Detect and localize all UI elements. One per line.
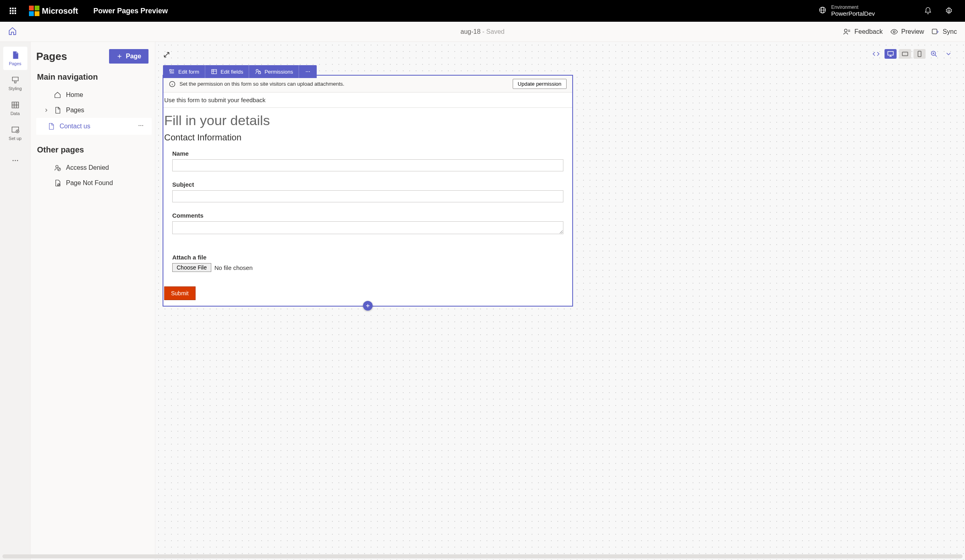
- permissions-button[interactable]: Permissions: [249, 65, 299, 78]
- svg-point-12: [138, 125, 139, 126]
- add-section-button[interactable]: [363, 301, 373, 311]
- lock-person-icon: [255, 68, 261, 75]
- svg-point-24: [256, 70, 258, 72]
- ellipsis-icon: [11, 156, 20, 165]
- setup-icon: [11, 126, 20, 134]
- submit-button[interactable]: Submit: [164, 286, 196, 300]
- svg-rect-18: [888, 51, 893, 55]
- form-component[interactable]: Edit form Edit fields Permissions: [163, 75, 573, 307]
- nav-contact-us[interactable]: Contact us: [36, 118, 152, 135]
- panel-title: Pages: [36, 50, 67, 63]
- horizontal-scrollbar[interactable]: [2, 554, 963, 558]
- nav-home[interactable]: Home: [36, 87, 152, 103]
- zoom-dropdown[interactable]: [942, 49, 955, 59]
- rail-styling[interactable]: Styling: [3, 72, 27, 95]
- field-comments: Comments: [163, 210, 572, 243]
- subject-label: Subject: [172, 181, 563, 188]
- brush-icon: [11, 76, 20, 84]
- edit-form-button[interactable]: Edit form: [163, 65, 205, 78]
- rail-more[interactable]: [3, 149, 27, 172]
- svg-point-10: [14, 160, 16, 161]
- chevron-right-icon: [43, 107, 49, 114]
- permission-banner: Set the permission on this form so site …: [163, 76, 572, 93]
- comments-input[interactable]: [172, 221, 563, 234]
- svg-point-15: [56, 165, 58, 168]
- zoom-icon: [930, 50, 938, 58]
- nav-access-denied[interactable]: Access Denied: [36, 160, 152, 175]
- app-title: Power Pages Preview: [93, 7, 168, 15]
- pages-panel: Pages Page Main navigation Home Pages Co…: [31, 42, 155, 560]
- form-section-title: Contact Information: [163, 132, 572, 148]
- sync-button[interactable]: Sync: [931, 28, 957, 36]
- env-name: PowerPortalDev: [831, 10, 875, 17]
- tablet-portrait-icon: [916, 50, 923, 58]
- name-label: Name: [172, 150, 563, 157]
- brand-text: Microsoft: [42, 6, 78, 16]
- global-header: Microsoft Power Pages Preview Environmen…: [0, 0, 965, 22]
- environment-picker[interactable]: Environment PowerPortalDev: [831, 4, 875, 17]
- left-rail: Pages Styling Data Set up: [0, 42, 31, 560]
- section-other-pages: Other pages: [37, 145, 152, 154]
- rail-pages[interactable]: Pages: [3, 47, 27, 70]
- document-title: aug-18 - Saved: [460, 28, 504, 35]
- name-input[interactable]: [172, 159, 563, 171]
- svg-point-9: [12, 160, 14, 161]
- nav-page-not-found[interactable]: Page Not Found: [36, 175, 152, 191]
- file-status: No file chosen: [214, 264, 253, 271]
- home-button[interactable]: [8, 27, 20, 37]
- plus-icon: [116, 53, 123, 60]
- tablet-portrait-button[interactable]: [913, 49, 926, 59]
- svg-rect-22: [170, 70, 171, 71]
- rail-data[interactable]: Data: [3, 97, 27, 120]
- form-icon: [169, 68, 175, 75]
- notifications-button[interactable]: [920, 7, 936, 15]
- chevron-down-icon: [945, 50, 952, 58]
- banner-text: Set the permission on this form so site …: [179, 81, 344, 87]
- design-canvas[interactable]: Edit form Edit fields Permissions: [155, 42, 965, 560]
- field-attach: Attach a file Choose File No file chosen: [163, 243, 572, 279]
- eye-icon: [890, 28, 898, 36]
- ellipsis-icon: [137, 122, 144, 129]
- svg-rect-5: [932, 29, 937, 34]
- nav-item-more[interactable]: [137, 122, 148, 131]
- code-icon: [872, 50, 880, 58]
- choose-file-button[interactable]: Choose File: [172, 263, 211, 272]
- svg-rect-6: [12, 102, 19, 108]
- microsoft-icon: [29, 6, 39, 16]
- edit-fields-button[interactable]: Edit fields: [205, 65, 249, 78]
- rail-setup[interactable]: Set up: [3, 121, 27, 145]
- svg-point-27: [307, 71, 308, 72]
- svg-rect-23: [212, 70, 217, 74]
- feedback-button[interactable]: Feedback: [843, 28, 883, 36]
- svg-point-28: [309, 71, 310, 72]
- zoom-button[interactable]: [928, 49, 940, 59]
- document-missing-icon: [54, 179, 61, 187]
- preview-button[interactable]: Preview: [890, 28, 924, 36]
- desktop-view-button[interactable]: [885, 49, 897, 59]
- field-subject: Subject: [163, 179, 572, 210]
- resize-handle[interactable]: [163, 51, 172, 60]
- update-permission-button[interactable]: Update permission: [513, 79, 567, 89]
- new-page-button[interactable]: Page: [109, 49, 148, 64]
- tablet-landscape-button[interactable]: [899, 49, 911, 59]
- form-more-button[interactable]: [299, 65, 317, 78]
- section-main-nav: Main navigation: [37, 72, 152, 82]
- plus-icon: [365, 303, 371, 309]
- settings-button[interactable]: [941, 7, 957, 15]
- app-launcher-button[interactable]: [5, 8, 21, 14]
- svg-rect-19: [902, 52, 908, 56]
- home-icon: [54, 91, 61, 99]
- comments-label: Comments: [172, 212, 563, 219]
- feedback-icon: [843, 28, 851, 36]
- command-bar: aug-18 - Saved Feedback Preview Sync: [0, 22, 965, 42]
- gear-icon: [945, 7, 953, 15]
- document-icon: [54, 107, 61, 114]
- svg-point-13: [140, 125, 141, 126]
- svg-point-3: [845, 29, 847, 32]
- subject-input[interactable]: [172, 190, 563, 202]
- svg-point-14: [142, 125, 143, 126]
- nav-pages[interactable]: Pages: [36, 103, 152, 118]
- attach-label: Attach a file: [172, 254, 563, 261]
- code-view-button[interactable]: [870, 49, 882, 59]
- globe-icon[interactable]: [819, 6, 827, 15]
